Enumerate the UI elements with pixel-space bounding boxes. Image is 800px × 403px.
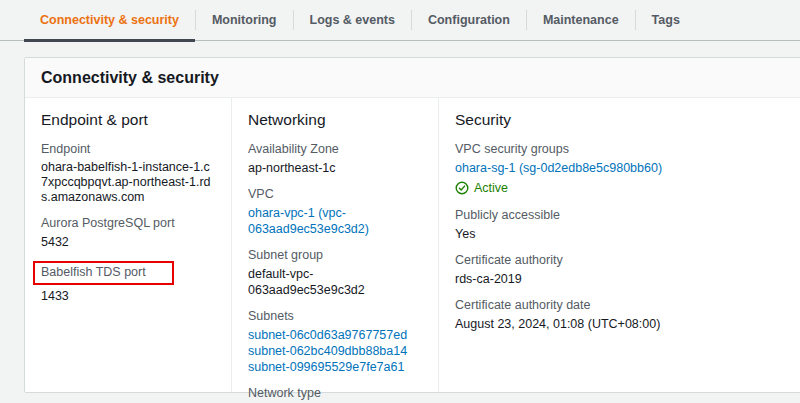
security-group-link[interactable]: ohara-sg-1 (sg-0d2edb8e5c980bb60) bbox=[455, 161, 662, 175]
babelfish-port-value: 1433 bbox=[41, 288, 215, 304]
network-type-label: Network type bbox=[248, 386, 422, 401]
tab-connectivity-security[interactable]: Connectivity & security bbox=[24, 0, 195, 40]
ca-date-label: Certificate authority date bbox=[455, 298, 797, 313]
endpoint-value: ohara-babelfish-1-instance-1.c7xpccqbpqv… bbox=[41, 160, 215, 205]
subnets-label: Subnets bbox=[248, 309, 422, 324]
field-publicly-accessible: Publicly accessible Yes bbox=[455, 208, 797, 242]
tab-configuration[interactable]: Configuration bbox=[412, 0, 526, 40]
column-heading: Endpoint & port bbox=[41, 110, 215, 129]
field-vpc: VPC ohara-vpc-1 (vpc-063aad9ec53e9c3d2) bbox=[248, 187, 422, 237]
ca-label: Certificate authority bbox=[455, 253, 797, 268]
connectivity-security-panel: Connectivity & security Endpoint & port … bbox=[24, 57, 800, 393]
panel-body: Endpoint & port Endpoint ohara-babelfish… bbox=[25, 98, 800, 392]
tab-tags[interactable]: Tags bbox=[636, 0, 696, 40]
field-certificate-authority-date: Certificate authority date August 23, 20… bbox=[455, 298, 797, 332]
endpoint-label: Endpoint bbox=[41, 142, 215, 157]
subnet-group-value: default-vpc-063aad9ec53e9c3d2 bbox=[248, 266, 422, 298]
field-babelfish-tds-port: Babelfish TDS port 1433 bbox=[41, 261, 215, 304]
public-value: Yes bbox=[455, 226, 797, 242]
tab-logs-events[interactable]: Logs & events bbox=[294, 0, 411, 40]
vpc-link[interactable]: ohara-vpc-1 (vpc-063aad9ec53e9c3d2) bbox=[248, 206, 369, 236]
sg-status-badge: Active bbox=[455, 179, 797, 197]
column-heading: Networking bbox=[248, 110, 422, 129]
aurora-port-value: 5432 bbox=[41, 234, 215, 250]
field-vpc-security-groups: VPC security groups ohara-sg-1 (sg-0d2ed… bbox=[455, 142, 797, 197]
tab-monitoring[interactable]: Monitoring bbox=[196, 0, 293, 40]
babelfish-port-label: Babelfish TDS port bbox=[41, 265, 146, 280]
field-certificate-authority: Certificate authority rds-ca-2019 bbox=[455, 253, 797, 287]
subnet-group-label: Subnet group bbox=[248, 248, 422, 263]
column-heading: Security bbox=[455, 110, 797, 129]
column-networking: Networking Availability Zone ap-northeas… bbox=[232, 98, 439, 392]
field-aurora-postgresql-port: Aurora PostgreSQL port 5432 bbox=[41, 216, 215, 250]
az-value: ap-northeast-1c bbox=[248, 160, 422, 176]
subnet-link[interactable]: subnet-06c0d63a9767757ed bbox=[248, 327, 422, 343]
panel-title: Connectivity & security bbox=[25, 58, 800, 98]
column-endpoint-port: Endpoint & port Endpoint ohara-babelfish… bbox=[25, 98, 232, 392]
subnet-link[interactable]: subnet-099695529e7fe7a61 bbox=[248, 359, 422, 375]
field-subnets: Subnets subnet-06c0d63a9767757ed subnet-… bbox=[248, 309, 422, 375]
check-circle-icon bbox=[455, 181, 469, 195]
public-label: Publicly accessible bbox=[455, 208, 797, 223]
field-endpoint: Endpoint ohara-babelfish-1-instance-1.c7… bbox=[41, 142, 215, 205]
ca-value: rds-ca-2019 bbox=[455, 271, 797, 287]
sg-status-text: Active bbox=[474, 181, 508, 195]
subnet-link[interactable]: subnet-062bc409dbb88ba14 bbox=[248, 343, 422, 359]
highlight-box: Babelfish TDS port bbox=[33, 261, 174, 285]
tab-maintenance[interactable]: Maintenance bbox=[527, 0, 635, 40]
vpc-label: VPC bbox=[248, 187, 422, 202]
az-label: Availability Zone bbox=[248, 142, 422, 157]
detail-tab-bar: Connectivity & security Monitoring Logs … bbox=[0, 0, 800, 41]
field-subnet-group: Subnet group default-vpc-063aad9ec53e9c3… bbox=[248, 248, 422, 298]
aurora-port-label: Aurora PostgreSQL port bbox=[41, 216, 215, 231]
column-security: Security VPC security groups ohara-sg-1 … bbox=[439, 98, 800, 392]
field-availability-zone: Availability Zone ap-northeast-1c bbox=[248, 142, 422, 176]
field-network-type: Network type IPv4 bbox=[248, 386, 422, 403]
ca-date-value: August 23, 2024, 01:08 (UTC+08:00) bbox=[455, 316, 797, 332]
sg-label: VPC security groups bbox=[455, 142, 797, 157]
